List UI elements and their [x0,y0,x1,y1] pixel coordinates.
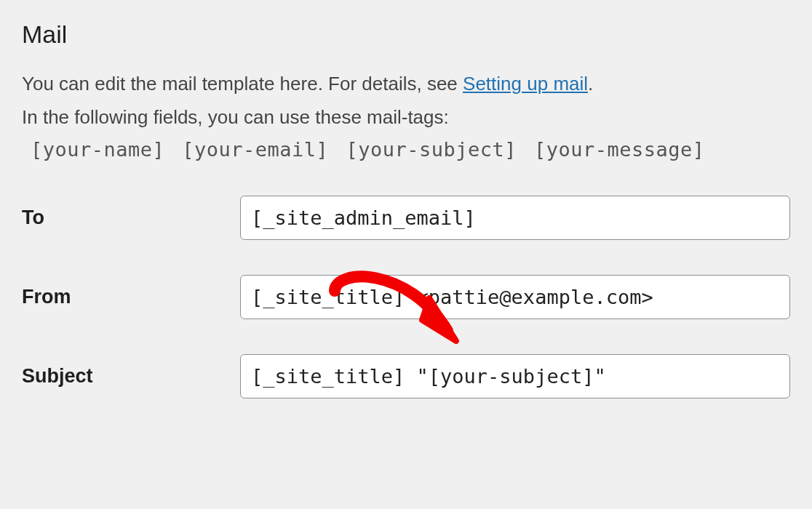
setting-up-mail-link[interactable]: Setting up mail [463,73,588,95]
mailtag: [your-message] [534,138,705,161]
mail-panel-title: Mail [22,20,790,49]
mailtags-list: [your-name][your-email][your-subject][yo… [31,138,790,161]
intro-prefix: You can edit the mail template here. For… [22,73,463,95]
field-row-subject: Subject [22,354,790,398]
to-label: To [22,207,240,229]
mailtag: [your-subject] [346,138,517,161]
field-row-from: From [22,275,790,319]
subject-label: Subject [22,365,240,388]
field-row-to: To [22,196,790,240]
intro-suffix: . [588,73,593,95]
mailtag: [your-name] [31,138,164,161]
intro-text: You can edit the mail template here. For… [22,69,790,98]
to-input[interactable] [240,196,790,240]
mailtag: [your-email] [182,138,328,161]
subject-input[interactable] [240,354,790,398]
from-label: From [22,286,240,308]
intro-line2: In the following fields, you can use the… [22,103,790,132]
from-input[interactable] [240,275,790,319]
